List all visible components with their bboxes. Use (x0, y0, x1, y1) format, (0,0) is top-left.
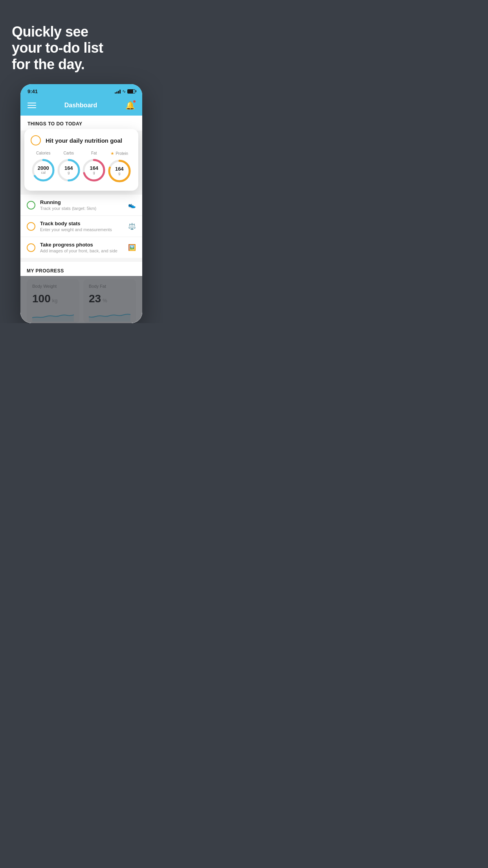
hero-title: Quickly see your to-do list for the day. (12, 24, 151, 72)
hero-section: Quickly see your to-do list for the day. (0, 0, 163, 84)
page-wrapper: Quickly see your to-do list for the day.… (0, 0, 163, 323)
status-bar: 9:41 ∿ (20, 84, 142, 97)
todo-list: Running Track your stats (target: 5km) 👟… (20, 195, 142, 258)
protein-donut: 164 g (107, 158, 132, 184)
progress-section: MY PROGRESS Body Weight 100 kg (20, 262, 142, 323)
signal-icon (115, 89, 121, 94)
nutrition-calories: Calories 2000 cal (31, 151, 56, 183)
nutrition-fat: Fat 164 g (81, 151, 106, 183)
scale-icon: ⚖️ (128, 223, 136, 230)
nav-bar: Dashboard 🔔 (20, 97, 142, 116)
nutrition-protein: ★ Protein 164 g (107, 151, 132, 184)
star-icon: ★ (110, 151, 114, 156)
nutrition-carbs: Carbs 164 g (56, 151, 81, 183)
carbs-donut: 164 g (56, 158, 81, 183)
nutrition-check-circle[interactable] (31, 135, 41, 145)
carbs-label: Carbs (63, 151, 74, 155)
nutrition-circles: Calories 2000 cal (31, 151, 132, 184)
nutrition-card[interactable]: Hit your daily nutrition goal Calories (24, 129, 138, 191)
hamburger-menu[interactable] (28, 103, 36, 108)
body-weight-title: Body Weight (32, 284, 74, 289)
phone-mockup: 9:41 ∿ Dashboard 🔔 (20, 84, 142, 323)
calories-value: 2000 cal (38, 166, 49, 175)
app-content: THINGS TO DO TODAY Hit your daily nutrit… (20, 116, 142, 323)
body-weight-card[interactable]: Body Weight 100 kg (27, 279, 79, 323)
progress-photos-check-circle[interactable] (27, 243, 35, 252)
fat-value: 164 g (90, 166, 98, 175)
status-time: 9:41 (28, 88, 38, 94)
progress-photos-title: Take progress photos (40, 242, 123, 248)
todo-running[interactable]: Running Track your stats (target: 5km) 👟 (20, 195, 142, 216)
things-today-heading: THINGS TO DO TODAY (28, 121, 135, 127)
progress-heading: MY PROGRESS (27, 268, 136, 274)
nutrition-card-title: Hit your daily nutrition goal (46, 137, 122, 144)
things-to-do-header: THINGS TO DO TODAY (20, 116, 142, 131)
nav-title: Dashboard (64, 102, 97, 109)
carbs-value: 164 g (64, 166, 73, 175)
fat-label: Fat (91, 151, 97, 155)
body-fat-sparkline (89, 310, 130, 322)
body-fat-unit: % (103, 298, 107, 303)
wifi-icon: ∿ (122, 89, 126, 94)
card-title-row: Hit your daily nutrition goal (31, 135, 132, 145)
todo-body-stats[interactable]: Track body stats Enter your weight and m… (20, 216, 142, 237)
progress-cards: Body Weight 100 kg Body Fat (27, 279, 136, 323)
running-check-circle[interactable] (27, 201, 35, 210)
fat-donut: 164 g (81, 158, 106, 183)
protein-value: 164 g (115, 166, 124, 176)
calories-donut: 2000 cal (31, 158, 56, 183)
status-icons: ∿ (115, 89, 135, 94)
todo-progress-photos[interactable]: Take progress photos Add images of your … (20, 237, 142, 258)
body-fat-card[interactable]: Body Fat 23 % (83, 279, 136, 323)
body-stats-check-circle[interactable] (27, 222, 35, 231)
battery-icon (127, 89, 135, 94)
body-weight-unit: kg (52, 298, 58, 303)
photo-icon: 🖼️ (128, 244, 136, 251)
body-fat-title: Body Fat (89, 284, 130, 289)
body-stats-subtitle: Enter your weight and measurements (40, 227, 123, 232)
notification-dot (133, 100, 136, 103)
body-weight-value: 100 (32, 292, 51, 305)
running-icon: 👟 (128, 201, 136, 209)
body-stats-title: Track body stats (40, 221, 123, 226)
running-title: Running (40, 199, 123, 205)
bell-icon[interactable]: 🔔 (125, 101, 135, 110)
protein-label: ★ Protein (110, 151, 128, 156)
running-subtitle: Track your stats (target: 5km) (40, 206, 123, 211)
progress-photos-subtitle: Add images of your front, back, and side (40, 248, 123, 253)
calories-label: Calories (36, 151, 51, 155)
body-weight-sparkline (32, 310, 74, 322)
body-fat-value: 23 (89, 292, 101, 305)
